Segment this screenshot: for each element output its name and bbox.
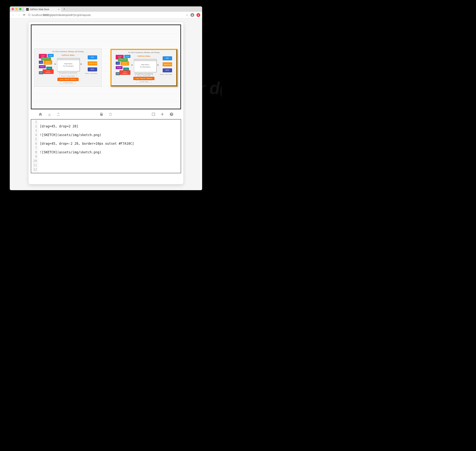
sketch-os-label: Linux - MacOS - Windows (57, 78, 78, 81)
bolt-icon[interactable] (161, 112, 165, 116)
window-titlebar: GP GitPitch Slide Deck × + (10, 6, 202, 12)
tag-source: Source Code (41, 57, 51, 60)
arrow-icon (131, 64, 133, 66)
code-editor[interactable]: 1 2 3 4 5 6 7 8 9 10 11 12 [drag=45, dro… (31, 119, 181, 173)
tag-widgets: Widgets (39, 65, 46, 68)
output-pptx: PPTX (163, 69, 172, 72)
tag-tweets: Tweets (124, 55, 130, 58)
sketch-title: For Tech Conferences, Meetups, and Train… (36, 50, 100, 52)
tag-widgets: Widgets (116, 66, 123, 69)
arrow-icon (55, 63, 56, 65)
tab-favicon: GP (26, 8, 29, 11)
svg-point-0 (192, 14, 193, 15)
sketch-image-right: For Tech Conferences, Meetups, and Train… (111, 49, 177, 87)
nav-back-icon[interactable]: ← (12, 13, 15, 17)
sketch-develop-label: Develop + Present Offline (135, 74, 153, 76)
download-icon[interactable] (47, 112, 51, 116)
arrow-icon (80, 63, 82, 65)
sketch-os-label: Linux - MacOS - Windows (133, 77, 154, 80)
sketch-image-left: For Tech Conferences, Meetups, and Train… (35, 49, 101, 87)
sketch-title: For Tech Conferences, Meetups, and Train… (112, 51, 175, 53)
maximize-window-button[interactable] (19, 8, 21, 10)
svg-marker-1 (198, 14, 199, 16)
address-bar: ← → ⟳ ⓘ localhost:9000/gitpitch/desktop/… (10, 12, 202, 19)
tag-svg: SVG (39, 61, 43, 64)
save-icon[interactable] (99, 112, 104, 116)
browser-tab[interactable]: GP GitPitch Slide Deck × (24, 7, 62, 12)
tag-svg: SVG (116, 62, 120, 65)
traffic-lights (12, 8, 21, 10)
url-path: /gitpitch/desktop/edit?p=grid-layouts (49, 13, 91, 17)
profile-avatar-icon[interactable] (191, 13, 194, 17)
output-pptx: PPTX (88, 68, 97, 71)
url-host: localhost (32, 13, 42, 17)
upload-icon[interactable] (56, 112, 61, 116)
home-icon[interactable] (38, 112, 43, 116)
url-field[interactable]: ⓘ localhost:9000/gitpitch/desktop/edit?p… (28, 13, 183, 17)
editor-code[interactable]: [drag=45, drop=2 28] ![SKETCH](assets/im… (38, 119, 181, 173)
output-site: gitpitch.com (88, 62, 97, 65)
tag-modular: Modular Markdown (44, 60, 52, 64)
tag-modular: Modular Markdown (121, 61, 129, 65)
tab-title: GitPitch Slide Deck (30, 8, 49, 11)
sketch-develop-label: Develop + Present Offline (59, 75, 77, 77)
url-port: :9000 (42, 13, 49, 17)
output-site: gitpitch.com (163, 63, 172, 66)
output-pdf: PDF (88, 56, 97, 59)
new-tab-button[interactable]: + (63, 7, 65, 11)
editor-toolbar (31, 109, 181, 118)
sketch-speaker-label: w/ Speaker Support (61, 81, 75, 84)
extension-icon[interactable] (197, 13, 200, 17)
nav-forward-icon[interactable]: → (17, 13, 20, 17)
site-info-icon[interactable]: ⓘ (28, 13, 31, 17)
output-label: Publish + Share Online (84, 73, 98, 74)
help-icon[interactable] (169, 112, 173, 116)
browser-window: GP GitPitch Slide Deck × + ← → ⟳ ⓘ local… (10, 6, 202, 190)
tab-close-icon[interactable]: × (58, 8, 60, 11)
output-pdf: PDF (163, 56, 172, 60)
gitpitch-app-card: For Tech Conferences, Meetups, and Train… (29, 22, 183, 184)
refresh-icon[interactable] (108, 112, 112, 116)
tag-tweets: Tweets (48, 54, 54, 57)
tag-source: Source Code (118, 58, 128, 61)
editor-gutter: 1 2 3 4 5 6 7 8 9 10 11 12 (31, 119, 38, 173)
sketch-speaker-label: w/ Speaker Support (136, 81, 151, 83)
bookmark-star-icon[interactable]: ☆ (186, 13, 188, 17)
nav-reload-icon[interactable]: ⟳ (23, 13, 25, 17)
arrow-icon (157, 64, 159, 66)
page-content: For Tech Conferences, Meetups, and Train… (10, 19, 202, 190)
expand-icon[interactable] (151, 112, 155, 116)
minimize-window-button[interactable] (15, 8, 18, 10)
slide-preview[interactable]: For Tech Conferences, Meetups, and Train… (31, 25, 181, 109)
sketch-center-window: Slide DecksFor Developers (57, 58, 80, 71)
close-window-button[interactable] (12, 8, 14, 10)
sketch-center-window: Slide DecksFor Developers (134, 59, 156, 72)
